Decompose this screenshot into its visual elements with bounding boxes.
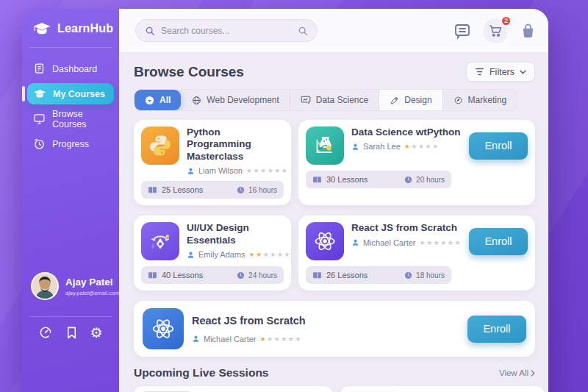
globe-icon (192, 96, 201, 105)
course-author: Sarah Lee (363, 142, 401, 151)
tab-all[interactable]: All (135, 90, 181, 110)
sidebar: LearnHub Dashboard My Courses (22, 9, 119, 392)
tab-label: Web Development (207, 95, 279, 105)
graduation-cap-icon (33, 88, 46, 99)
filters-label: Filters (490, 67, 514, 77)
lessons-icon (312, 271, 322, 279)
person-icon (187, 167, 195, 175)
clock-icon (237, 271, 245, 279)
rating-stars: ★★★★★★ (420, 239, 462, 246)
lessons-count: 40 Lessons (162, 271, 203, 279)
divider (29, 316, 112, 317)
course-card[interactable]: React JS from Scratch Michael Carter ★★★… (298, 215, 535, 291)
view-all-link[interactable]: View All (499, 368, 535, 377)
chart-monitor-icon (301, 96, 311, 104)
person-icon (192, 335, 200, 343)
course-title: Python Programming Masterclass (187, 126, 284, 163)
avatar (31, 272, 59, 300)
sidebar-quick-actions: ⚙ (22, 325, 119, 340)
divider (29, 47, 112, 48)
tab-marketing[interactable]: Marketing (442, 90, 517, 110)
course-author: Michael Carter (363, 238, 416, 247)
sidebar-item-label: My Courses (53, 89, 105, 99)
chevron-right-icon (531, 370, 535, 377)
chevron-down-icon (520, 70, 526, 74)
enroll-button[interactable]: Enroll (469, 228, 528, 255)
tab-label: Data Science (316, 95, 368, 105)
tab-design[interactable]: Design (379, 90, 442, 110)
gauge-icon[interactable] (38, 325, 53, 340)
brand-logo: LearnHub (22, 9, 119, 47)
lessons-count: 30 Lessons (326, 175, 368, 184)
flask-chart-icon (306, 126, 344, 165)
all-icon (145, 96, 154, 105)
lessons-icon (148, 271, 157, 279)
enroll-button[interactable]: Enroll (469, 132, 528, 160)
sidebar-item-label: Browse Courses (52, 109, 108, 129)
course-meta-bar: 30 Lessons 20 hours (306, 171, 451, 188)
brand-name: LearnHub (57, 22, 113, 35)
sidebar-item-label: Progress (52, 139, 89, 149)
desktop-background: LearnHub Dashboard My Courses (0, 0, 588, 392)
course-card[interactable]: Python Programming Masterclass Liam Wils… (134, 120, 291, 205)
sessions-grid: Intro to Machine Learning 6 Mon 2 Lesson… (134, 386, 535, 392)
tab-label: Marketing (468, 95, 507, 105)
user-profile[interactable]: Ajay Patel ajay.patel@email.com (22, 272, 119, 300)
marketing-icon (453, 96, 463, 105)
gear-icon[interactable]: ⚙ (90, 326, 103, 340)
sidebar-item-browse-courses[interactable]: Browse Courses (27, 108, 114, 129)
bag-icon[interactable] (520, 22, 537, 39)
react-icon (143, 308, 184, 349)
sidebar-nav: Dashboard My Courses Browse Courses (22, 58, 119, 154)
lessons-icon (148, 186, 157, 194)
rating-stars: ★★★★★★ (246, 167, 288, 174)
course-title: Data Science wtPython (351, 126, 462, 138)
dashboard-icon (33, 63, 46, 75)
search-input[interactable] (161, 26, 292, 36)
view-all-label: View All (499, 368, 528, 377)
search-bar[interactable] (135, 19, 318, 42)
messages-icon[interactable] (453, 22, 471, 40)
rating-stars: ★★★★★★ (260, 335, 302, 343)
sidebar-item-my-courses[interactable]: My Courses (27, 83, 114, 104)
cart-icon[interactable]: 2 (483, 18, 508, 43)
course-author: Michael Carter (204, 335, 257, 343)
rating-stars: ★★★★★ (404, 143, 440, 150)
page-title: Browse Courses (134, 64, 244, 80)
sidebar-item-progress[interactable]: Progress (27, 133, 114, 154)
course-author: Liam Wilson (198, 166, 243, 175)
python-icon (141, 126, 179, 165)
hours-count: 20 hours (416, 176, 445, 184)
course-author: Emily Adams (198, 250, 245, 259)
course-meta-bar: 40 Lessons 24 hours (141, 266, 284, 284)
category-tabs: All Web Development Data Science (134, 89, 517, 111)
session-card[interactable]: Intro to Machine Learning 6 Mon 2 Lesson… (134, 386, 333, 392)
filters-button[interactable]: Filters (466, 62, 535, 82)
graduation-cap-icon (32, 21, 51, 37)
tab-web-development[interactable]: Web Development (181, 90, 290, 110)
sidebar-item-dashboard[interactable]: Dashboard (27, 58, 114, 79)
session-card[interactable]: DaSC:ience with Python 30 Lessons 20 hou… (340, 386, 545, 392)
app-window: LearnHub Dashboard My Courses (22, 9, 548, 392)
hours-count: 18 hours (416, 271, 445, 279)
course-card[interactable]: Data Science wtPython Sarah Lee ★★★★★ En… (298, 120, 535, 205)
pen-icon (390, 96, 399, 105)
rating-stars: ★★★★★★ (249, 251, 291, 258)
lessons-count: 26 Lessons (326, 271, 368, 279)
person-icon (351, 143, 359, 151)
person-icon (187, 251, 195, 259)
cart-badge: 2 (501, 15, 512, 26)
tab-data-science[interactable]: Data Science (290, 90, 379, 110)
bookmark-icon[interactable] (65, 326, 78, 340)
course-grid: Python Programming Masterclass Liam Wils… (134, 120, 535, 357)
search-icon[interactable] (298, 26, 308, 36)
person-icon (351, 238, 359, 246)
lessons-count: 25 Lessons (162, 185, 203, 194)
tab-label: All (159, 95, 171, 105)
enroll-button[interactable]: Enroll (467, 316, 526, 343)
course-card[interactable]: UI/UX Design Essentials Emily Adams ★★★★… (134, 215, 291, 291)
sidebar-item-label: Dashboard (52, 64, 97, 74)
course-card[interactable]: React JS from Scratch Michael Carter ★★★… (134, 301, 535, 357)
progress-clock-icon (33, 138, 46, 150)
course-title: UI/UX Design Essentials (187, 222, 284, 246)
